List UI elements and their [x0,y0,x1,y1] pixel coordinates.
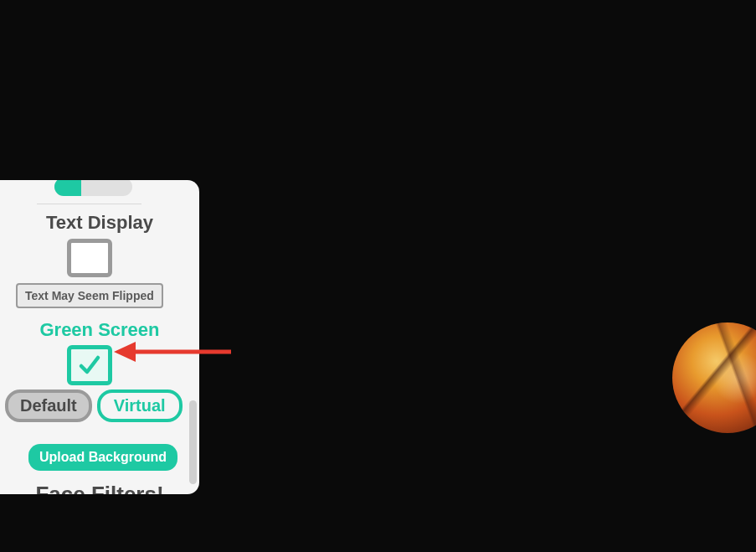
face-filters-title: Face Filters! [0,482,199,494]
text-flipped-hint: Text May Seem Flipped [16,283,163,308]
toggle-on-segment [54,180,81,196]
upload-background-button[interactable]: Upload Background [28,444,177,471]
tab-virtual[interactable]: Virtual [97,389,183,422]
tab-default[interactable]: Default [5,389,92,422]
checkmark-icon [77,353,102,378]
divider [37,204,141,204]
text-display-title: Text Display [0,212,199,234]
mode-tabs: Default Virtual [5,389,183,422]
scrollbar-thumb[interactable] [189,400,197,484]
settings-panel: Text Display Text May Seem Flipped Green… [0,180,199,494]
avatar[interactable] [672,322,756,433]
text-display-checkbox[interactable] [67,239,112,277]
green-screen-checkbox[interactable] [67,345,112,385]
toggle-fragment[interactable] [54,180,132,196]
green-screen-title: Green Screen [0,319,199,341]
